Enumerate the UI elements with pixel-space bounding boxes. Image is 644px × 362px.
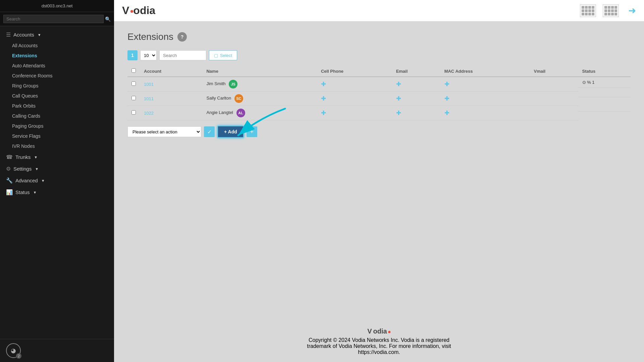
chevron-down-icon-settings: ▼ (35, 167, 39, 171)
page-header: Extensions ? (127, 32, 631, 42)
wifi-icon-symbol: ◕ (11, 347, 16, 354)
row-checkbox-0[interactable] (131, 81, 136, 86)
sidebar-item-trunks[interactable]: ☎ Trunks ▼ (0, 151, 114, 163)
advanced-label: Advanced (15, 178, 38, 183)
mac-add-1[interactable]: ✚ (444, 95, 449, 102)
search-icon[interactable]: 🔍 (105, 16, 111, 22)
col-cell-phone: Cell Phone (317, 66, 392, 77)
col-status: Status (578, 66, 631, 77)
footer-url: https://vodia.com. (307, 349, 451, 355)
status-cell-1 (578, 92, 631, 97)
footer-odia-text: odia (373, 327, 387, 335)
per-page-select[interactable]: 10 25 50 (140, 50, 157, 60)
logo-odia-text: odia (133, 4, 155, 17)
list-icon: ☰ (6, 32, 11, 38)
sidebar-hostname: dst003.onc3.net (0, 0, 114, 12)
cell-phone-add-1[interactable]: ✚ (321, 95, 326, 102)
settings-label: Settings (13, 166, 32, 172)
wrench-icon: 🔧 (6, 177, 13, 184)
avatar-0: JS (229, 80, 237, 88)
table-row: 1022 Angie Langtel AL ✚ ✚ ✚ (127, 106, 631, 120)
topbar-right: ➜ (580, 4, 636, 17)
action-confirm-button[interactable]: ✓ (204, 126, 215, 137)
sidebar-item-ivr-nodes[interactable]: IVR Nodes (0, 141, 114, 151)
action-select[interactable]: Please select an action (127, 126, 201, 137)
col-vmail: Vmail (530, 66, 578, 77)
select-button[interactable]: ▢ Select (209, 50, 237, 60)
sidebar-item-call-queues[interactable]: Call Queues (0, 91, 114, 101)
trunks-label: Trunks (15, 154, 31, 160)
status-label: Status (15, 189, 30, 195)
sidebar-item-service-flags[interactable]: Service Flags (0, 131, 114, 141)
logo-vodia-text: V (122, 4, 129, 17)
search-input[interactable] (159, 50, 206, 60)
name-cell-2: Angie Langtel AL (202, 106, 317, 120)
grid-view-button-1[interactable] (580, 4, 596, 17)
extra-add-icon-button[interactable]: + (247, 126, 257, 137)
sidebar-nav: ☰ Accounts ▼ All Accounts Extensions Aut… (0, 26, 114, 339)
extensions-table: Account Name Cell Phone Email MAC Addres… (127, 66, 631, 120)
logout-icon[interactable]: ➜ (628, 5, 636, 16)
footer-logo: V odia (307, 327, 451, 335)
status-cell-2 (578, 106, 631, 112)
page-content: Extensions ? 1 10 25 50 ▢ Select Account (114, 21, 644, 362)
topbar: V odia ➜ (114, 0, 644, 21)
mac-add-0[interactable]: ✚ (444, 81, 449, 87)
row-checkbox-1[interactable] (131, 96, 136, 100)
footer-trademark: trademark of Vodia Networks, Inc. For mo… (307, 343, 451, 349)
row-checkbox-2[interactable] (131, 110, 136, 115)
cell-phone-add-2[interactable]: ✚ (321, 110, 326, 116)
help-icon[interactable]: ? (177, 32, 187, 42)
email-add-2[interactable]: ✚ (396, 110, 401, 116)
sidebar-item-all-accounts[interactable]: All Accounts (0, 41, 114, 51)
table-row: 1011 Sally Carlton SC ✚ ✚ ✚ (127, 92, 631, 106)
wifi-status-icon[interactable]: ◕ 2 (6, 343, 21, 358)
add-button[interactable]: + Add (217, 126, 244, 138)
email-add-0[interactable]: ✚ (396, 81, 401, 87)
sidebar-item-extensions[interactable]: Extensions (0, 51, 114, 61)
mac-add-2[interactable]: ✚ (444, 110, 449, 116)
sidebar-item-calling-cards[interactable]: Calling Cards (0, 111, 114, 121)
account-link-2[interactable]: 1022 (144, 111, 154, 116)
vmail-cell-0 (530, 77, 578, 92)
main-area: V odia ➜ Extensions ? (114, 0, 644, 362)
sidebar-item-auto-attendants[interactable]: Auto Attendants (0, 61, 114, 71)
cell-phone-add-0[interactable]: ✚ (321, 81, 326, 87)
chevron-down-icon: ▼ (38, 33, 41, 37)
email-add-1[interactable]: ✚ (396, 95, 401, 102)
gear-icon: ⚙ (6, 166, 11, 172)
wifi-badge: 2 (16, 353, 21, 359)
grid-view-button-2[interactable] (603, 4, 619, 17)
toolbar: 1 10 25 50 ▢ Select (127, 50, 631, 60)
search-input[interactable] (3, 15, 104, 23)
logo-dot (130, 10, 133, 13)
sidebar-item-settings[interactable]: ⚙ Settings ▼ (0, 163, 114, 175)
sidebar-item-ring-groups[interactable]: Ring Groups (0, 81, 114, 91)
col-name: Name (202, 66, 317, 77)
col-email: Email (392, 66, 440, 77)
chevron-down-icon-advanced: ▼ (41, 179, 45, 183)
sidebar-item-advanced[interactable]: 🔧 Advanced ▼ (0, 175, 114, 186)
sidebar-item-accounts[interactable]: ☰ Accounts ▼ (0, 29, 114, 41)
avatar-1: SC (234, 94, 243, 103)
action-bar: Please select an action ✓ + Add + (127, 126, 631, 138)
sidebar-item-paging-groups[interactable]: Paging Groups (0, 121, 114, 131)
sidebar-item-park-orbits[interactable]: Park Orbits (0, 101, 114, 111)
sidebar-item-conference-rooms[interactable]: Conference Rooms (0, 71, 114, 81)
logo: V odia (122, 4, 155, 17)
footer-copyright: Copyright © 2024 Vodia Networks Inc. Vod… (307, 337, 451, 343)
status-cell-0: ⊙ % 1 (578, 77, 631, 88)
name-cell-0: Jim Smith JS (202, 77, 317, 92)
account-link-1[interactable]: 1011 (144, 96, 154, 101)
sidebar-search-area: 🔍 (0, 12, 114, 26)
footer-vodia-text: V (367, 327, 372, 335)
footer-logo-dot (388, 331, 391, 333)
avatar-2: AL (236, 109, 245, 117)
sidebar-footer: ◕ 2 (0, 339, 114, 362)
page-title: Extensions (127, 32, 173, 42)
sidebar-item-status[interactable]: 📊 Status ▼ (0, 186, 114, 198)
table-row: 1001 Jim Smith JS ✚ ✚ ✚ ⊙ % 1 (127, 77, 631, 92)
select-all-checkbox[interactable] (131, 68, 136, 73)
account-link-0[interactable]: 1001 (144, 82, 154, 87)
chevron-down-icon-trunks: ▼ (34, 155, 38, 159)
